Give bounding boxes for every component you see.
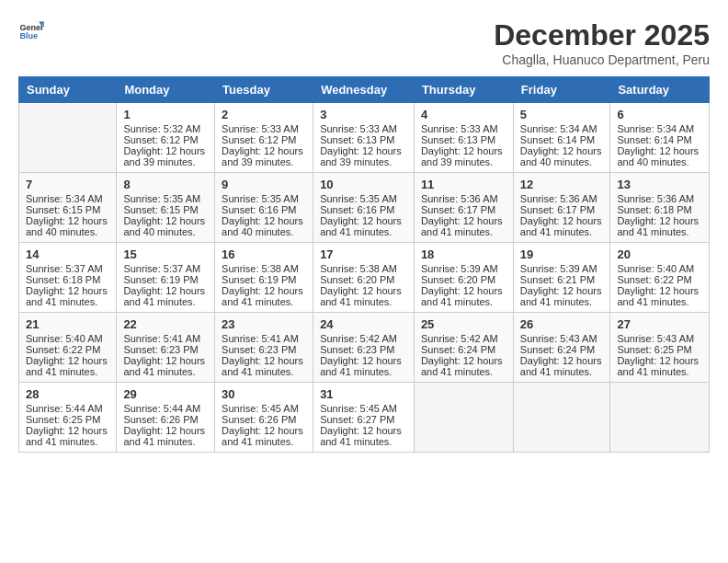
- daylight-text: Daylight: 12 hours and 41 minutes.: [520, 285, 604, 307]
- calendar-cell: 31Sunrise: 5:45 AMSunset: 6:27 PMDayligh…: [313, 383, 415, 453]
- sunrise-text: Sunrise: 5:32 AM: [123, 123, 208, 134]
- daylight-text: Daylight: 12 hours and 41 minutes.: [617, 215, 702, 237]
- day-number: 3: [320, 108, 407, 121]
- sunset-text: Sunset: 6:18 PM: [26, 274, 109, 285]
- sunrise-text: Sunrise: 5:33 AM: [320, 123, 407, 134]
- day-number: 20: [617, 247, 702, 261]
- calendar-cell: 12Sunrise: 5:36 AMSunset: 6:17 PMDayligh…: [513, 173, 610, 243]
- calendar-week-row: 7Sunrise: 5:34 AMSunset: 6:15 PMDaylight…: [19, 173, 710, 243]
- daylight-text: Daylight: 12 hours and 41 minutes.: [320, 285, 407, 307]
- calendar-cell: [610, 383, 710, 453]
- sunrise-text: Sunrise: 5:33 AM: [421, 123, 506, 134]
- sunrise-text: Sunrise: 5:38 AM: [222, 263, 306, 274]
- sunset-text: Sunset: 6:12 PM: [123, 134, 208, 145]
- daylight-text: Daylight: 12 hours and 40 minutes.: [617, 145, 702, 167]
- calendar-cell: 2Sunrise: 5:33 AMSunset: 6:12 PMDaylight…: [215, 103, 313, 173]
- daylight-text: Daylight: 12 hours and 39 minutes.: [421, 145, 506, 167]
- calendar-cell: 23Sunrise: 5:41 AMSunset: 6:23 PMDayligh…: [215, 313, 313, 383]
- weekday-header-sunday: Sunday: [19, 77, 117, 103]
- sunrise-text: Sunrise: 5:35 AM: [123, 193, 208, 204]
- daylight-text: Daylight: 12 hours and 41 minutes.: [421, 355, 506, 377]
- sunrise-text: Sunrise: 5:33 AM: [222, 123, 306, 134]
- sunrise-text: Sunrise: 5:43 AM: [617, 333, 702, 344]
- weekday-header-thursday: Thursday: [414, 77, 513, 103]
- sunrise-text: Sunrise: 5:44 AM: [26, 403, 109, 414]
- daylight-text: Daylight: 12 hours and 41 minutes.: [123, 355, 208, 377]
- sunrise-text: Sunrise: 5:43 AM: [520, 333, 604, 344]
- day-number: 11: [421, 178, 506, 191]
- day-number: 23: [222, 317, 306, 331]
- daylight-text: Daylight: 12 hours and 41 minutes.: [421, 285, 506, 307]
- day-number: 16: [222, 247, 306, 261]
- sunrise-text: Sunrise: 5:34 AM: [617, 123, 702, 134]
- sunset-text: Sunset: 6:12 PM: [222, 134, 306, 145]
- day-number: 21: [26, 317, 109, 331]
- sunrise-text: Sunrise: 5:36 AM: [520, 193, 604, 204]
- day-number: 26: [520, 317, 604, 331]
- sunrise-text: Sunrise: 5:35 AM: [320, 193, 407, 204]
- sunrise-text: Sunrise: 5:42 AM: [320, 333, 407, 344]
- calendar-week-row: 21Sunrise: 5:40 AMSunset: 6:22 PMDayligh…: [19, 313, 710, 383]
- day-number: 30: [222, 387, 306, 401]
- daylight-text: Daylight: 12 hours and 40 minutes.: [222, 215, 306, 237]
- sunrise-text: Sunrise: 5:39 AM: [520, 263, 604, 274]
- daylight-text: Daylight: 12 hours and 39 minutes.: [222, 145, 306, 167]
- calendar-cell: 17Sunrise: 5:38 AMSunset: 6:20 PMDayligh…: [313, 243, 415, 313]
- day-number: 13: [617, 178, 702, 191]
- daylight-text: Daylight: 12 hours and 41 minutes.: [617, 285, 702, 307]
- sunset-text: Sunset: 6:15 PM: [26, 204, 109, 215]
- daylight-text: Daylight: 12 hours and 41 minutes.: [26, 355, 109, 377]
- calendar-cell: 9Sunrise: 5:35 AMSunset: 6:16 PMDaylight…: [215, 173, 313, 243]
- day-number: 25: [421, 317, 506, 331]
- sunset-text: Sunset: 6:13 PM: [320, 134, 407, 145]
- calendar-cell: 3Sunrise: 5:33 AMSunset: 6:13 PMDaylight…: [313, 103, 415, 173]
- day-number: 27: [617, 317, 702, 331]
- sunrise-text: Sunrise: 5:36 AM: [421, 193, 506, 204]
- calendar-week-row: 14Sunrise: 5:37 AMSunset: 6:18 PMDayligh…: [19, 243, 710, 313]
- daylight-text: Daylight: 12 hours and 40 minutes.: [26, 215, 109, 237]
- sunrise-text: Sunrise: 5:34 AM: [26, 193, 109, 204]
- day-number: 22: [123, 317, 208, 331]
- calendar-cell: 22Sunrise: 5:41 AMSunset: 6:23 PMDayligh…: [117, 313, 215, 383]
- calendar-week-row: 28Sunrise: 5:44 AMSunset: 6:25 PMDayligh…: [19, 383, 710, 453]
- calendar-cell: 26Sunrise: 5:43 AMSunset: 6:24 PMDayligh…: [513, 313, 610, 383]
- calendar-cell: 4Sunrise: 5:33 AMSunset: 6:13 PMDaylight…: [414, 103, 513, 173]
- sunrise-text: Sunrise: 5:37 AM: [26, 263, 109, 274]
- calendar-cell: 27Sunrise: 5:43 AMSunset: 6:25 PMDayligh…: [610, 313, 710, 383]
- calendar-cell: 30Sunrise: 5:45 AMSunset: 6:26 PMDayligh…: [215, 383, 313, 453]
- day-number: 18: [421, 247, 506, 261]
- daylight-text: Daylight: 12 hours and 41 minutes.: [320, 215, 407, 237]
- sunset-text: Sunset: 6:22 PM: [617, 274, 702, 285]
- daylight-text: Daylight: 12 hours and 40 minutes.: [520, 145, 604, 167]
- sunset-text: Sunset: 6:24 PM: [421, 344, 506, 355]
- sunrise-text: Sunrise: 5:39 AM: [421, 263, 506, 274]
- calendar-table: SundayMondayTuesdayWednesdayThursdayFrid…: [18, 76, 710, 453]
- svg-text:Blue: Blue: [19, 31, 38, 40]
- sunrise-text: Sunrise: 5:37 AM: [123, 263, 208, 274]
- sunrise-text: Sunrise: 5:41 AM: [123, 333, 208, 344]
- day-number: 24: [320, 317, 407, 331]
- calendar-cell: [513, 383, 610, 453]
- sunset-text: Sunset: 6:26 PM: [123, 414, 208, 425]
- calendar-cell: 7Sunrise: 5:34 AMSunset: 6:15 PMDaylight…: [19, 173, 117, 243]
- sunset-text: Sunset: 6:22 PM: [26, 344, 109, 355]
- calendar-cell: 18Sunrise: 5:39 AMSunset: 6:20 PMDayligh…: [414, 243, 513, 313]
- day-number: 1: [123, 108, 208, 121]
- sunset-text: Sunset: 6:25 PM: [26, 414, 109, 425]
- calendar-cell: 1Sunrise: 5:32 AMSunset: 6:12 PMDaylight…: [117, 103, 215, 173]
- calendar-cell: 6Sunrise: 5:34 AMSunset: 6:14 PMDaylight…: [610, 103, 710, 173]
- day-number: 12: [520, 178, 604, 191]
- daylight-text: Daylight: 12 hours and 40 minutes.: [123, 215, 208, 237]
- sunrise-text: Sunrise: 5:41 AM: [222, 333, 306, 344]
- calendar-cell: 11Sunrise: 5:36 AMSunset: 6:17 PMDayligh…: [414, 173, 513, 243]
- calendar-cell: 20Sunrise: 5:40 AMSunset: 6:22 PMDayligh…: [610, 243, 710, 313]
- sunset-text: Sunset: 6:13 PM: [421, 134, 506, 145]
- calendar-cell: 10Sunrise: 5:35 AMSunset: 6:16 PMDayligh…: [313, 173, 415, 243]
- calendar-cell: 15Sunrise: 5:37 AMSunset: 6:19 PMDayligh…: [117, 243, 215, 313]
- calendar-cell: 8Sunrise: 5:35 AMSunset: 6:15 PMDaylight…: [117, 173, 215, 243]
- title-area: December 2025 Chaglla, Huanuco Departmen…: [494, 18, 710, 67]
- day-number: 19: [520, 247, 604, 261]
- sunrise-text: Sunrise: 5:40 AM: [617, 263, 702, 274]
- page-header: General Blue December 2025 Chaglla, Huan…: [18, 18, 710, 67]
- sunrise-text: Sunrise: 5:45 AM: [320, 403, 407, 414]
